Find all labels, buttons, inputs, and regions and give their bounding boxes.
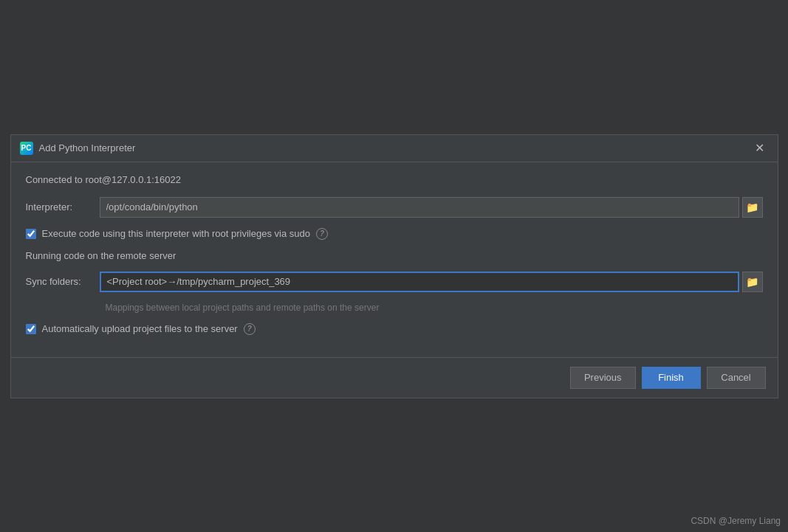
sync-folders-input[interactable] <box>100 272 739 292</box>
sync-folders-label: Sync folders: <box>26 276 100 287</box>
sync-field-wrap: 📁 <box>100 272 763 292</box>
cancel-button[interactable]: Cancel <box>707 367 766 389</box>
auto-upload-label[interactable]: Automatically upload project files to th… <box>42 323 238 334</box>
add-python-interpreter-dialog: PC Add Python Interpreter ✕ Connected to… <box>10 134 778 398</box>
watermark: CSDN @Jeremy Liang <box>691 516 781 526</box>
close-button[interactable]: ✕ <box>750 141 769 156</box>
connection-info: Connected to root@127.0.0.1:16022 <box>26 174 763 185</box>
sync-folder-btn[interactable]: 📁 <box>742 272 763 292</box>
folder-icon: 📁 <box>746 201 758 213</box>
interpreter-input-wrap: 📁 <box>100 197 763 218</box>
dialog-footer: Previous Finish Cancel <box>11 357 778 398</box>
auto-upload-checkbox-row: Automatically upload project files to th… <box>26 323 763 335</box>
auto-upload-checkbox[interactable] <box>26 324 36 334</box>
execute-checkbox[interactable] <box>26 229 36 239</box>
interpreter-input[interactable] <box>100 197 739 218</box>
title-bar: PC Add Python Interpreter ✕ <box>11 135 778 162</box>
sync-folders-row: Sync folders: 📁 <box>26 272 763 292</box>
interpreter-label: Interpreter: <box>26 201 100 213</box>
dialog-content: Connected to root@127.0.0.1:16022 Interp… <box>11 162 778 357</box>
finish-button[interactable]: Finish <box>642 367 701 389</box>
interpreter-folder-btn[interactable]: 📁 <box>742 197 763 218</box>
title-bar-left: PC Add Python Interpreter <box>20 142 136 155</box>
section-title: Running code on the remote server <box>26 250 763 261</box>
execute-help-icon[interactable]: ? <box>316 228 328 240</box>
execute-label[interactable]: Execute code using this interpreter with… <box>42 228 310 239</box>
auto-upload-help-icon[interactable]: ? <box>244 323 256 335</box>
mapping-hint: Mappings between local project paths and… <box>106 303 763 313</box>
interpreter-row: Interpreter: 📁 <box>26 197 763 218</box>
dialog-title: Add Python Interpreter <box>39 142 136 153</box>
execute-checkbox-row: Execute code using this interpreter with… <box>26 228 763 240</box>
previous-button[interactable]: Previous <box>570 367 636 389</box>
sync-folder-icon: 📁 <box>746 276 758 288</box>
pycharm-icon: PC <box>20 142 33 155</box>
